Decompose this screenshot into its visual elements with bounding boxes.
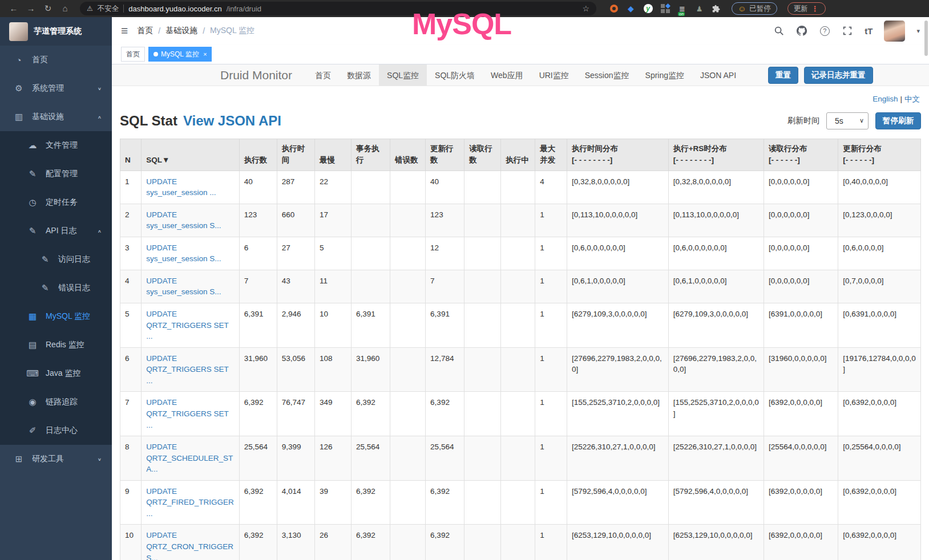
sidebar-item[interactable]: ◷ 定时任务 (0, 188, 112, 217)
column-header[interactable]: 更新行分布[- - - - - -] (838, 139, 921, 171)
browser-update-button[interactable]: 更新 ⋮ (787, 2, 826, 15)
view-json-api-link[interactable]: View JSON API (183, 113, 281, 129)
column-header[interactable]: 最慢 (314, 139, 351, 171)
sidebar-item[interactable]: ▤ Redis 监控 (0, 331, 112, 359)
sql-link[interactable]: UPDATE QRTZ_FIRED_TRIGGER... (146, 487, 234, 518)
column-header[interactable]: N (120, 139, 142, 171)
column-header[interactable]: 最大并发 (535, 139, 567, 171)
sql-link[interactable]: UPDATE sys_user_session S... (146, 244, 221, 263)
home-icon[interactable]: ⌂ (58, 0, 72, 17)
extension-y-icon[interactable]: y (643, 4, 653, 14)
cell-update-dist: [0,6,0,0,0,0] (838, 237, 921, 270)
cell-update-rows: 25,564 (426, 436, 464, 481)
sidebar-item[interactable]: ⌨ Java 监控 (0, 359, 112, 388)
breadcrumb-item[interactable]: 首页 (137, 26, 153, 36)
sidebar-item-label: 配置管理 (46, 169, 78, 179)
page-tag[interactable]: MySQL 监控 × (148, 47, 212, 62)
extensions-puzzle-icon[interactable] (712, 4, 721, 14)
sidebar-item[interactable]: ⚙ 系统管理 ∨ (0, 74, 112, 103)
extension-misc-icon[interactable]: ♟ (694, 4, 704, 14)
sql-link[interactable]: UPDATE QRTZ_CRON_TRIGGERS... (146, 531, 233, 560)
search-icon[interactable] (773, 25, 785, 36)
bookmark-star-icon[interactable]: ☆ (582, 4, 589, 13)
column-header[interactable]: 执行数 (239, 139, 277, 171)
cell-exec-count: 25,564 (239, 436, 277, 481)
druid-nav-item[interactable]: URI监控 (531, 64, 577, 86)
tag-label: 首页 (126, 50, 140, 59)
forward-icon[interactable]: → (24, 0, 38, 17)
column-header[interactable]: 错误数 (390, 139, 426, 171)
column-header[interactable]: SQL▼ (142, 139, 240, 171)
sidebar-item[interactable]: ☁ 文件管理 (0, 131, 112, 160)
tag-close-icon[interactable]: × (203, 51, 207, 58)
sql-link[interactable]: UPDATE QRTZ_TRIGGERS SET ... (146, 398, 228, 429)
sql-link[interactable]: UPDATE QRTZ_SCHEDULER_STA... (146, 443, 233, 473)
extension-list-icon[interactable]: ≣on (677, 4, 687, 14)
reload-icon[interactable]: ↻ (41, 0, 55, 17)
extension-gem-icon[interactable]: ◆ (626, 4, 636, 14)
reset-button[interactable]: 重置 (768, 67, 798, 84)
help-icon[interactable]: ? (819, 25, 830, 36)
sidebar-item[interactable]: ◔ 首页 (0, 46, 112, 74)
table-row: 3 UPDATE sys_user_session S... 6 27 5 12… (120, 237, 921, 270)
browser-menu-icon[interactable]: ⋮ (811, 5, 819, 13)
sidebar-item[interactable]: ▦ MySQL 监控 (0, 302, 112, 331)
sql-link[interactable]: UPDATE sys_user_session S... (146, 277, 221, 297)
app-logo[interactable]: 芋道管理系统 (0, 17, 112, 46)
sidebar-item[interactable]: ✎ API 日志 ∧ (0, 217, 112, 245)
cell-update-rows: 7 (426, 270, 464, 303)
hamburger-icon[interactable]: ≡ (121, 24, 128, 38)
avatar[interactable] (884, 21, 905, 42)
sidebar-item[interactable]: ▥ 基础设施 ∧ (0, 103, 112, 131)
sidebar-item[interactable]: ⊞ 研发工具 ∨ (0, 445, 112, 473)
sidebar-item[interactable]: ✎ 访问日志 (0, 245, 112, 274)
fullscreen-icon[interactable] (842, 25, 853, 36)
druid-nav-item[interactable]: 数据源 (339, 64, 379, 86)
lang-chinese-link[interactable]: 中文 (904, 95, 920, 103)
column-header[interactable]: 读取行分布[- - - - - -] (764, 139, 838, 171)
extension-squares-icon[interactable] (660, 4, 670, 14)
breadcrumb-item[interactable]: MySQL 监控 (210, 26, 255, 36)
cell-exec-time: 3,130 (277, 525, 314, 560)
druid-nav-item[interactable]: JSON API (692, 64, 744, 86)
sql-link[interactable]: UPDATE QRTZ_TRIGGERS SET ... (146, 354, 228, 385)
sql-link[interactable]: UPDATE QRTZ_TRIGGERS SET ... (146, 310, 228, 340)
druid-nav-item[interactable]: SQL防火墙 (427, 64, 483, 86)
sidebar-item[interactable]: ✐ 日志中心 (0, 416, 112, 445)
druid-nav-item[interactable]: 首页 (307, 64, 339, 86)
avatar-caret-icon[interactable]: ▾ (916, 27, 920, 35)
sql-link[interactable]: UPDATE sys_user_session ... (146, 177, 216, 197)
cell-running (501, 347, 535, 392)
page-scrollbar[interactable] (924, 21, 928, 56)
column-header[interactable]: 执行时间分布[- - - - - - - -] (567, 139, 669, 171)
cell-index: 3 (120, 237, 142, 270)
back-icon[interactable]: ← (7, 0, 21, 17)
druid-nav-item[interactable]: Session监控 (577, 64, 637, 86)
font-size-icon[interactable]: tT (865, 26, 873, 36)
sidebar-item[interactable]: ✎ 配置管理 (0, 160, 112, 188)
refresh-label: 刷新时间 (787, 116, 819, 126)
column-header[interactable]: 事务执行 (351, 139, 390, 171)
breadcrumb-item[interactable]: 基础设施 (165, 26, 197, 36)
pause-refresh-button[interactable]: 暂停刷新 (875, 112, 921, 129)
address-bar[interactable]: ⚠ 不安全 dashboard.yudao.iocoder.cn/infra/d… (80, 2, 596, 15)
refresh-interval-select[interactable]: 5s (826, 112, 869, 129)
page-tag[interactable]: 首页 (121, 47, 145, 62)
druid-brand[interactable]: Druid Monitor (220, 68, 292, 82)
lang-english-link[interactable]: English (873, 95, 898, 103)
column-header[interactable]: 执行时间 (277, 139, 314, 171)
column-header[interactable]: 更新行数 (426, 139, 464, 171)
extension-donut-icon[interactable] (609, 4, 619, 14)
druid-nav-item[interactable]: Spring监控 (637, 64, 692, 86)
column-header[interactable]: 读取行数 (464, 139, 501, 171)
profile-paused-pill[interactable]: ☺ 已暂停 (732, 2, 777, 15)
druid-nav-item[interactable]: SQL监控 (379, 64, 427, 86)
sidebar-item[interactable]: ◉ 链路追踪 (0, 388, 112, 416)
sql-link[interactable]: UPDATE sys_user_session S... (146, 210, 221, 230)
log-and-reset-button[interactable]: 记录日志并重置 (804, 67, 873, 84)
sidebar-item[interactable]: ✎ 错误日志 (0, 274, 112, 302)
druid-nav-item[interactable]: Web应用 (483, 64, 531, 86)
column-header[interactable]: 执行中 (501, 139, 535, 171)
column-header[interactable]: 执行+RS时分布[- - - - - - - -] (668, 139, 764, 171)
github-icon[interactable] (796, 25, 807, 36)
